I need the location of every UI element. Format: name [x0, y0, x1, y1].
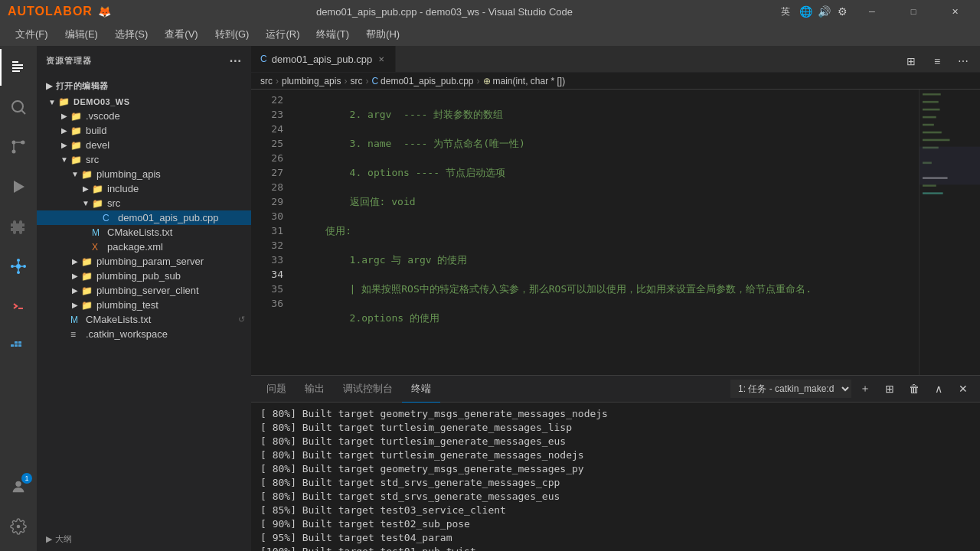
docker-icon[interactable]: [0, 328, 37, 364]
editor-area: C demo01_apis_pub.cpp ✕ ⊞ ≡ ⋯ src › plum…: [251, 46, 980, 551]
outline-section[interactable]: ▶ 大纲: [37, 527, 251, 551]
svg-point-10: [16, 264, 21, 269]
menu-help[interactable]: 帮助(H): [358, 24, 407, 44]
add-terminal-button[interactable]: ＋: [854, 378, 876, 399]
more-actions-button[interactable]: ⋯: [952, 51, 974, 72]
minimap-canvas: [920, 90, 980, 375]
split-editor-button[interactable]: ⊞: [900, 51, 922, 72]
tree-item-param-server[interactable]: ▶ 📁 plumbing_param_server: [37, 254, 251, 269]
tree-item-catkin-workspace[interactable]: ≡ .catkin_workspace: [37, 327, 251, 341]
menu-terminal[interactable]: 终端(T): [309, 24, 357, 44]
sound-icon[interactable]: 🔊: [818, 5, 830, 18]
sidebar-header: 资源管理器 ⋯: [37, 46, 251, 76]
minimize-button[interactable]: ─: [854, 0, 890, 23]
sidebar-more-icon[interactable]: ⋯: [229, 54, 242, 68]
tab-bar: C demo01_apis_pub.cpp ✕ ⊞ ≡ ⋯: [251, 46, 980, 73]
explorer-icon[interactable]: [0, 49, 37, 86]
svg-point-13: [11, 265, 14, 268]
ros-icon[interactable]: [0, 248, 37, 285]
bread-src2[interactable]: src: [350, 76, 362, 86]
bread-plumbing-apis[interactable]: plumbing_apis: [282, 76, 341, 86]
terminal-task-selector[interactable]: 1: 任务 - catkin_make:d: [730, 380, 851, 398]
term-line-10: [ 95%] Built target test04_param: [260, 531, 971, 545]
svg-rect-23: [15, 341, 18, 344]
split-terminal-button[interactable]: ⊞: [879, 378, 900, 399]
tree-item-devel[interactable]: ▶ 📁 devel: [37, 138, 251, 152]
open-editors-arrow: ▶: [46, 81, 53, 91]
lang-indicator[interactable]: 英: [778, 5, 793, 18]
svg-rect-0: [12, 61, 18, 63]
tab-demo01[interactable]: C demo01_apis_pub.cpp ✕: [251, 46, 396, 72]
tree-item-src2[interactable]: ▼ 📁 src: [37, 196, 251, 210]
bread-file[interactable]: Cdemo01_apis_pub.cpp: [371, 76, 473, 86]
svg-rect-22: [15, 344, 18, 347]
titlebar-right: 英 🌐 🔊 ⚙ ─ □ ✕: [778, 0, 972, 23]
code-editor[interactable]: 2. argv ---- 封装参数的数组 3. name ---- 为节点命名(…: [289, 90, 919, 375]
tree-item-cmakelists[interactable]: M CMakeLists.txt: [37, 225, 251, 240]
bread-src[interactable]: src: [260, 76, 273, 86]
code-container[interactable]: 22 23 24 25 26 27 28 29 30 31 32 33 34 3…: [251, 90, 980, 375]
extensions-icon[interactable]: [0, 208, 37, 245]
close-button[interactable]: ✕: [937, 0, 972, 23]
menu-edit[interactable]: 编辑(E): [57, 24, 106, 44]
menu-file[interactable]: 文件(F): [8, 24, 56, 44]
tree-item-include[interactable]: ▶ 📁 include: [37, 181, 251, 196]
svg-point-27: [17, 525, 21, 529]
menu-run[interactable]: 运行(R): [258, 24, 307, 44]
maximize-panel-button[interactable]: ∧: [928, 378, 949, 399]
tree-item-server-client[interactable]: ▶ 📁 plumbing_server_client: [37, 283, 251, 298]
panel-tab-problems[interactable]: 问题: [257, 376, 296, 403]
open-editors-section[interactable]: ▶ 打开的编辑器: [37, 76, 251, 95]
toggle-layout-button[interactable]: ≡: [926, 51, 948, 72]
tree-item-src[interactable]: ▼ 📁 src: [37, 152, 251, 167]
term-line-8: [ 85%] Built target test03_service_clien…: [260, 504, 971, 517]
menu-goto[interactable]: 转到(G): [207, 24, 257, 44]
terminal-content[interactable]: [ 80%] Built target geometry_msgs_genera…: [251, 403, 980, 551]
term-line-4: [ 80%] Built target turtlesim_generate_m…: [260, 448, 971, 462]
menu-view[interactable]: 查看(V): [157, 24, 205, 44]
term-line-6: [ 80%] Built target std_srvs_generate_me…: [260, 476, 971, 490]
svg-point-26: [15, 481, 21, 487]
tree-item-package-xml[interactable]: X package.xml: [37, 240, 251, 254]
panel-tab-output[interactable]: 输出: [296, 376, 334, 403]
outline-label: 大纲: [55, 533, 72, 545]
tree-item-test[interactable]: ▶ 📁 plumbing_test: [37, 298, 251, 312]
tree-item-cmakeroot[interactable]: M CMakeLists.txt ↺: [37, 312, 251, 327]
trash-terminal-button[interactable]: 🗑: [903, 378, 925, 399]
settings-activity-icon[interactable]: [0, 508, 37, 545]
search-icon[interactable]: [0, 89, 37, 126]
firefox-icon[interactable]: 🦊: [99, 5, 111, 18]
svg-point-6: [12, 150, 16, 154]
activity-bottom: [0, 468, 37, 551]
titlebar: AUTOLABOR 🦊 demo01_apis_pub.cpp - demo03…: [0, 0, 980, 23]
tree-item-demo01[interactable]: C demo01_apis_pub.cpp: [37, 210, 251, 225]
tree-item-vscode[interactable]: ▶ 📁 .vscode: [37, 109, 251, 123]
run-debug-icon[interactable]: [0, 168, 37, 205]
bread-symbol[interactable]: ⊕main(int, char * []): [483, 76, 566, 86]
code-line-30: [289, 340, 919, 354]
network-icon[interactable]: 🌐: [799, 5, 812, 18]
term-line-5: [ 80%] Built target geometry_msgs_genera…: [260, 462, 971, 476]
tree-item-pub-sub[interactable]: ▶ 📁 plumbing_pub_sub: [37, 269, 251, 283]
accounts-icon[interactable]: [0, 468, 37, 505]
open-editors-label: 打开的编辑器: [56, 80, 109, 92]
workspace-root[interactable]: ▼ 📁 DEMO03_WS: [37, 95, 251, 109]
terminal-activity-icon[interactable]: [0, 288, 37, 324]
svg-rect-1: [12, 64, 23, 66]
svg-marker-9: [14, 181, 24, 193]
settings-icon[interactable]: ⚙: [836, 5, 848, 18]
panel-tab-debug[interactable]: 调试控制台: [334, 376, 402, 403]
autolabor-logo: AUTOLABOR: [8, 5, 93, 18]
maximize-button[interactable]: □: [896, 0, 931, 23]
svg-line-5: [22, 111, 26, 115]
source-control-icon[interactable]: [0, 129, 37, 165]
menubar: 文件(F) 编辑(E) 选择(S) 查看(V) 转到(G) 运行(R) 终端(T…: [0, 23, 980, 46]
tab-close-button[interactable]: ✕: [377, 54, 386, 65]
menu-select[interactable]: 选择(S): [107, 24, 155, 44]
tree-item-build[interactable]: ▶ 📁 build: [37, 123, 251, 138]
close-panel-button[interactable]: ✕: [952, 378, 974, 399]
panel-tab-terminal[interactable]: 终端: [402, 376, 440, 403]
code-line-24: 4. options ---- 节点启动选项: [289, 165, 919, 180]
titlebar-left: AUTOLABOR 🦊: [8, 5, 111, 18]
tree-item-plumbing-apis[interactable]: ▼ 📁 plumbing_apis: [37, 167, 251, 181]
